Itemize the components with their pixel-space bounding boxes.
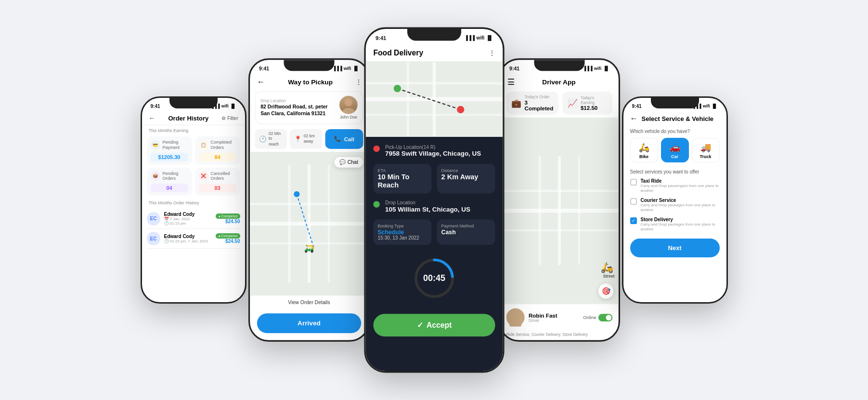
distance-stat-text: 02 kmaway [303, 134, 314, 145]
more-options-icon-3[interactable]: ⋮ [489, 49, 495, 56]
service-checkbox-list: Taxi Ride Carry and Drop passengers from… [623, 178, 726, 232]
status-time-2: 9:41 [259, 66, 269, 71]
stat-pending-orders: 📦 PendingOrders 04 [147, 168, 192, 196]
todays-earning-label: Today's Earning [580, 95, 607, 105]
courier-info: Courier Service Carry and Drop packages … [641, 198, 720, 213]
order-name-1: Edward Cody [164, 212, 212, 217]
call-button[interactable]: 📞 Call [325, 129, 363, 149]
pending-payment-icon: 💳 [151, 140, 160, 150]
pickup-info: Pick-Up Location(14 R) 7958 Swift Villag… [385, 145, 481, 158]
time-stat: 🕐 02 Minto reach [255, 129, 286, 149]
services-question: Select services you want to offer [623, 167, 726, 178]
bike-icon: 🛵 [639, 142, 649, 153]
completed-orders-label: CompletedOrders [211, 140, 232, 150]
driver-profile-avatar [506, 308, 524, 327]
notch-2 [284, 60, 334, 71]
driver-profile-info: Robin Fast Driver [528, 312, 579, 323]
drop-address: 82 Driftwood Road, st. peterSan Clara, C… [260, 103, 335, 116]
todays-order-info: Today's Order 3 Completed [524, 95, 553, 112]
drop-info-3: Drop Location 105 William St, Chicago, U… [385, 200, 470, 213]
svg-point-1 [342, 108, 354, 114]
service-courier[interactable]: Courier Service Carry and Drop packages … [630, 198, 720, 213]
pending-orders-label: PendingOrders [163, 171, 179, 182]
store-checkbox[interactable]: ✓ [630, 217, 637, 224]
service-taxi[interactable]: Taxi Ride Carry and Drop passengers from… [630, 178, 720, 194]
todays-earning-value: $12.50 [580, 105, 607, 111]
wifi-icon-4: wifi [594, 66, 601, 71]
status-time-1: 9:41 [151, 104, 160, 109]
order-info-1: Edward Cody 📅 7 Jan, 2022 🕐 01:15 pm [164, 212, 212, 226]
svg-text:🛺: 🛺 [304, 243, 314, 253]
menu-icon[interactable]: ☰ [507, 77, 514, 87]
location-pin-button[interactable]: 🎯 [598, 283, 613, 299]
back-button[interactable]: ← [149, 114, 155, 122]
notch-1 [169, 98, 218, 108]
status-icons-2: ▐▐▐ wifi ▐▌ [332, 66, 359, 71]
vehicle-bike[interactable]: 🛵 Bike [630, 138, 658, 162]
signal-icon-4: ▐▐▐ [583, 66, 592, 71]
status-time-5: 9:41 [632, 104, 642, 109]
battery-icon-5: ▐▌ [712, 104, 718, 108]
taxi-info: Taxi Ride Carry and Drop passengers from… [641, 178, 720, 194]
order-right-1: ● Completed $24.50 [216, 213, 240, 224]
food-delivery-map [365, 61, 502, 137]
battery-icon: ▐▌ [230, 104, 236, 108]
status-icons-3: ▐▐▐ wifi ▐▌ [464, 35, 492, 40]
food-delivery-header: Food Delivery ⋮ [365, 44, 502, 61]
driver-profile-bar: Robin Fast Driver Online [500, 304, 619, 331]
wifi-icon-2: wifi [343, 66, 351, 71]
next-button[interactable]: Next [630, 239, 720, 257]
view-order-button[interactable]: View Order Details [250, 295, 368, 309]
driver-stats-bar: 💼 Today's Order 3 Completed 📈 Today's Ea… [500, 89, 619, 118]
vehicle-question: Which vehicle do you have? [623, 126, 726, 138]
phone-select-service: 9:41 ▐▐▐ wifi ▐▌ ← Select Service & Vehi… [622, 96, 728, 304]
back-button-5[interactable]: ← [630, 114, 638, 123]
more-options-icon[interactable]: ⋮ [355, 78, 361, 85]
order-date-2: 🕐 01:15 pm, 7 Jan, 2022 [164, 239, 212, 243]
cancelled-orders-icon: ❌ [199, 171, 208, 181]
order-item-1[interactable]: EC Edward Cody 📅 7 Jan, 2022 🕐 01:15 pm … [147, 209, 240, 229]
phone-order-history: 9:41 ▐▐▐ wifi ▐▌ ← Order History ⚙ Filte… [141, 96, 246, 304]
filter-button[interactable]: ⚙ Filter [221, 116, 238, 121]
completed-orders-icon: 📋 [199, 140, 208, 150]
filter-icon: ⚙ [221, 116, 226, 121]
accept-button[interactable]: ✓ Accept [373, 314, 495, 336]
phone-driver-app: 9:41 ▐▐▐ wifi ▐▌ ☰ Driver App 💼 Today's … [499, 58, 620, 342]
eta-distance-row: ETA 10 Min To Reach Distance 2 Km Away [373, 164, 495, 194]
page-title: Order History [168, 115, 208, 122]
service-store[interactable]: ✓ Store Delivery Carry and Drop packages… [630, 217, 720, 232]
car-label: Car [671, 154, 678, 159]
arrived-button[interactable]: Arrived [257, 313, 361, 333]
driver-profile-name: Robin Fast [528, 312, 579, 319]
order-item-2[interactable]: EC Edward Cody 🕐 01:15 pm, 7 Jan, 2022 ●… [147, 229, 240, 249]
driver-app-title: Driver App [542, 78, 575, 86]
courier-checkbox[interactable] [630, 198, 637, 205]
driver-map: 🎯 🛵 Street [500, 118, 619, 304]
history-section-label: This Months Order History [142, 198, 245, 207]
truck-label: Truck [700, 154, 711, 159]
back-button-2[interactable]: ← [257, 77, 265, 86]
cancelled-orders-label: CancelledOrders [211, 171, 230, 182]
stats-grid: 💳 PendingPayment $1205.30 📋 CompletedOrd… [142, 134, 245, 198]
car-icon: 🚗 [670, 142, 680, 153]
driver-profile-role: Driver [528, 318, 579, 322]
distance-icon: 📍 [294, 135, 301, 143]
distance-label: Distance [441, 168, 491, 173]
order-amount-1: $24.50 [216, 219, 240, 224]
chat-button[interactable]: 💬 Chat [334, 157, 363, 168]
todays-earning-info: Today's Earning $12.50 [580, 95, 607, 111]
phone-icon: 📞 [334, 136, 341, 143]
vehicle-car[interactable]: 🚗 Car [661, 138, 689, 162]
online-toggle[interactable]: Online [583, 314, 612, 321]
nav-header-2: ← Way to Pickup ⋮ [250, 74, 368, 89]
vehicle-truck[interactable]: 🚚 Truck [692, 138, 720, 162]
toggle-switch[interactable] [598, 314, 612, 321]
order-avatar-1: EC [147, 212, 160, 226]
pickup-stats-row: 🕐 02 Minto reach 📍 02 kmaway 📞 Call [250, 126, 368, 152]
eta-card: ETA 10 Min To Reach [373, 164, 431, 194]
taxi-checkbox[interactable] [630, 179, 637, 186]
drop-address-3: 105 William St, Chicago, US [385, 205, 470, 213]
wifi-icon: wifi [221, 104, 229, 108]
timer-text: 00:45 [423, 273, 445, 283]
drop-label-3: Drop Location [385, 200, 470, 205]
